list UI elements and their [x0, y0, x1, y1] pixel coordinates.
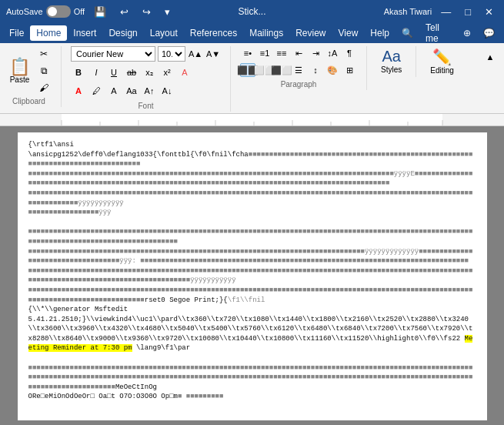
doc-viewkind: 5.41.21.2510;}\\viewkind4\\uc1\\pard\\tx… — [28, 316, 473, 343]
text-color-button[interactable]: A — [106, 83, 122, 99]
font-case-button[interactable]: Aa — [124, 83, 139, 99]
user-name: Akash Tiwari — [384, 7, 432, 16]
doc-after-highlight: \lang9\f1\par — [132, 344, 191, 352]
ruler — [0, 114, 504, 126]
ribbon-collapse: ▲ — [482, 46, 498, 65]
ribbon: 📋 Paste ✂ ⧉ 🖌 Clipboard Courier New 10.5… — [0, 43, 504, 114]
svg-rect-1 — [62, 114, 442, 126]
doc-line6: ■■■■■■■■■■■■■■■■■■■■■■■■■■■■■■■■■■■■■■■■… — [28, 248, 473, 266]
redo-button[interactable]: ↪ — [138, 5, 155, 19]
menu-insert[interactable]: Insert — [67, 25, 102, 41]
doc-line5: ■■■■■■■■■■■■■■■■■■■■■■■■■■■■■■■■■■■■■■■■… — [28, 228, 473, 246]
editing-button[interactable]: ✏️ Editing — [426, 46, 459, 76]
menu-review[interactable]: Review — [289, 25, 332, 41]
menu-share[interactable]: ⊕ — [457, 25, 477, 41]
font-controls: Courier New 10.5 A▲ A▼ B I U ab x₂ x² A … — [71, 46, 221, 100]
paste-button[interactable]: 📋 Paste — [6, 57, 33, 85]
font-name-select[interactable]: Courier New — [71, 46, 155, 62]
cut-button[interactable]: ✂ — [36, 46, 52, 62]
font-shrink-button[interactable]: A▼ — [205, 46, 221, 62]
ribbon-clipboard-group: 📋 Paste ✂ ⧉ 🖌 Clipboard — [6, 46, 62, 107]
doc-segoe: rset0 Segoe Print;}{ — [145, 296, 228, 304]
menu-layout[interactable]: Layout — [144, 25, 184, 41]
menu-home[interactable]: Home — [30, 25, 67, 41]
styles-button[interactable]: Aa Styles — [376, 46, 406, 75]
doc-line2: ■■■■■■■■■■■■■■■■■■■■■■■■■■■■■■■■■■■■■■■■… — [28, 170, 473, 188]
doc-line11: ■■■■■■■■■■■■■■■■■■■■■■■■■■■■■■■■■■■■■■■■… — [28, 364, 473, 391]
para-row-1: ≡• ≡1 ≡≡ ⇤ ⇥ ↕A ¶ — [240, 46, 357, 60]
editing-label: Editing — [430, 66, 454, 75]
clear-format-button[interactable]: A — [177, 65, 192, 80]
menu-file[interactable]: File — [3, 25, 30, 41]
menu-tellme[interactable]: Tell me — [419, 20, 457, 46]
clipboard-sub: ✂ ⧉ 🖌 — [36, 46, 52, 95]
align-left-button[interactable]: ⬛⬛ — [240, 63, 255, 77]
font-size-select[interactable]: 10.5 — [158, 46, 185, 62]
shading-button[interactable]: 🎨 — [325, 63, 340, 77]
autosave-label: AutoSave — [6, 7, 43, 16]
format-painter-button[interactable]: 🖌 — [36, 80, 52, 95]
document-title: Stick... — [238, 6, 265, 17]
numbering-button[interactable]: ≡1 — [257, 46, 272, 60]
doc-fnil: \f1\\fnil — [228, 296, 265, 304]
strikethrough-button[interactable]: ab — [124, 65, 139, 80]
superscript-button[interactable]: x² — [159, 65, 175, 80]
autosave-knob — [48, 7, 57, 16]
menu-references[interactable]: References — [184, 25, 243, 41]
ribbon-collapse-button[interactable]: ▲ — [482, 49, 498, 65]
font-color-button[interactable]: A — [71, 83, 86, 99]
restore-button[interactable]: □ — [460, 5, 476, 19]
decrease-indent-button[interactable]: ⇤ — [291, 46, 306, 60]
increase-indent-button[interactable]: ⇥ — [308, 46, 323, 60]
font-grow-button[interactable]: A▲ — [188, 46, 203, 62]
font-case3-button[interactable]: A↓ — [159, 83, 175, 99]
menu-search[interactable]: 🔍 — [396, 25, 419, 41]
font-label: Font — [138, 102, 153, 110]
menu-help[interactable]: Help — [364, 25, 396, 41]
doc-line3: ■■■■■■■■■■■■■■■■■■■■■■■■■■■■■■■■■■■■■■■■… — [28, 189, 473, 207]
document-area[interactable]: {\rtf1\ansi \ansicpg1252\deff0\deflang10… — [0, 126, 504, 425]
bullets-button[interactable]: ≡• — [240, 46, 255, 60]
highlight-button[interactable]: 🖊 — [88, 83, 104, 99]
copy-button[interactable]: ⧉ — [36, 63, 52, 79]
align-right-button[interactable]: ⬛⬜ — [274, 63, 289, 77]
close-button[interactable]: ✕ — [480, 5, 498, 19]
doc-meoecing: MeOeCtInOg — [115, 383, 157, 391]
doc-trailing: ■ ■■■■■■■■■ — [178, 393, 223, 400]
para-row-2: ⬛⬛ ⬜⬜ ⬛⬜ ☰ ↕ 🎨 ⊞ — [240, 63, 357, 77]
menu-bar: File Home Insert Design Layout Reference… — [0, 23, 504, 43]
doc-line12: ORe□eMiOnOdOeOr□ Oa□t O7O:O3O0O Op□m — [28, 393, 178, 400]
align-center-button[interactable]: ⬜⬜ — [257, 63, 272, 77]
more-button[interactable]: ▾ — [160, 5, 175, 19]
menu-mailings[interactable]: Mailings — [243, 25, 289, 41]
borders-button[interactable]: ⊞ — [342, 63, 357, 77]
undo-button[interactable]: ↩ — [115, 5, 133, 19]
subscript-button[interactable]: x₂ — [142, 65, 157, 80]
paste-label: Paste — [10, 75, 30, 84]
underline-button[interactable]: U — [106, 65, 122, 80]
menu-comment[interactable]: 💬 — [477, 25, 501, 41]
ribbon-paragraph-group: ≡• ≡1 ≡≡ ⇤ ⇥ ↕A ¶ ⬛⬛ ⬜⬜ ⬛⬜ ☰ ↕ 🎨 ⊞ Parag… — [240, 46, 367, 90]
title-bar-left: AutoSave Off 💾 ↩ ↪ ▾ — [6, 5, 175, 19]
autosave-area: AutoSave Off — [6, 5, 85, 18]
styles-label: Styles — [381, 65, 402, 74]
sort-button[interactable]: ↕A — [325, 46, 340, 60]
document-content: {\rtf1\ansi \ansicpg1252\deff0\deflang10… — [28, 140, 476, 402]
para-controls: ≡• ≡1 ≡≡ ⇤ ⇥ ↕A ¶ ⬛⬛ ⬜⬜ ⬛⬜ ☰ ↕ 🎨 ⊞ — [240, 46, 357, 79]
autosave-toggle[interactable] — [46, 5, 71, 18]
justify-button[interactable]: ☰ — [291, 63, 306, 77]
ruler-svg — [0, 114, 504, 126]
menu-design[interactable]: Design — [102, 25, 143, 41]
styles-icon: Aa — [382, 48, 400, 65]
italic-button[interactable]: I — [88, 65, 104, 80]
document-page[interactable]: {\rtf1\ansi \ansicpg1252\deff0\deflang10… — [18, 132, 487, 420]
font-case2-button[interactable]: A↑ — [142, 83, 157, 99]
bold-button[interactable]: B — [71, 65, 86, 80]
minimize-button[interactable]: — — [436, 5, 456, 19]
line-spacing-button[interactable]: ↕ — [308, 63, 323, 77]
menu-view[interactable]: View — [332, 25, 365, 41]
multilevel-button[interactable]: ≡≡ — [274, 46, 289, 60]
show-marks-button[interactable]: ¶ — [342, 46, 357, 60]
save-button[interactable]: 💾 — [89, 5, 111, 19]
font-row-1: Courier New 10.5 A▲ A▼ — [71, 46, 221, 62]
